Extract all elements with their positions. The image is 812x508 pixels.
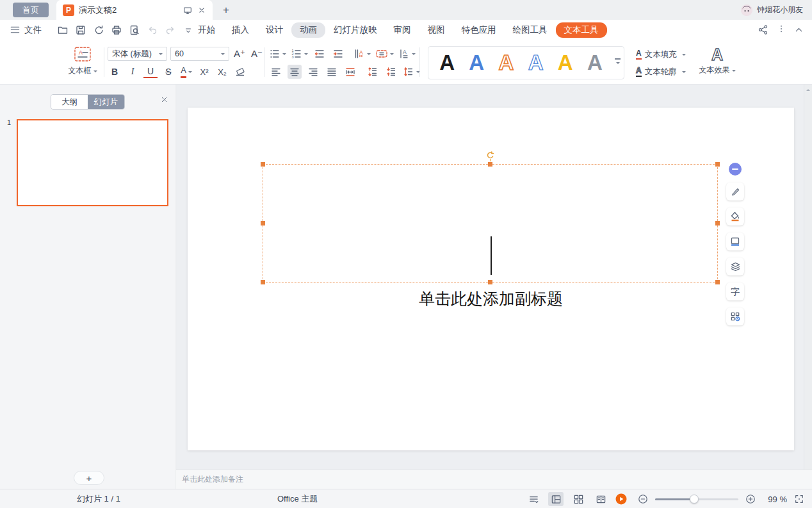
menu-tab-design[interactable]: 设计 <box>257 22 291 38</box>
menu-tab-review[interactable]: 审阅 <box>386 22 419 38</box>
zoom-slider[interactable] <box>655 495 738 504</box>
open-file-icon[interactable] <box>56 23 69 37</box>
zoom-percentage[interactable]: 99 % <box>763 495 787 504</box>
align-center-button[interactable] <box>288 65 302 79</box>
redo-icon[interactable] <box>164 23 177 37</box>
text-direction-caret[interactable] <box>367 53 371 57</box>
menu-tab-special-apps[interactable]: 特色应用 <box>453 22 505 38</box>
justify-button[interactable] <box>325 65 339 79</box>
play-slideshow-button[interactable] <box>615 493 627 505</box>
textbox-dropdown-caret[interactable] <box>93 70 97 74</box>
text-effect-button[interactable]: A 文本效果 <box>697 45 738 76</box>
resize-handle-bottom-left[interactable] <box>261 280 265 284</box>
align-left-button[interactable] <box>269 65 283 79</box>
present-on-monitor-icon[interactable] <box>183 5 193 15</box>
increase-indent-button[interactable] <box>331 47 345 61</box>
zoom-in-button[interactable] <box>745 494 756 504</box>
outline-tab[interactable]: 大纲 <box>51 95 88 109</box>
collapse-toolbar-button[interactable] <box>729 163 742 176</box>
bullet-list-button[interactable] <box>269 47 286 61</box>
preset-plain-black[interactable]: A <box>432 47 462 78</box>
slides-tab[interactable]: 幻灯片 <box>88 95 124 109</box>
decrease-indent-button[interactable] <box>313 47 327 61</box>
resize-handle-bottom-middle[interactable] <box>488 280 492 284</box>
gallery-more-button[interactable] <box>615 58 621 65</box>
text-effect-tool-button[interactable]: 字 <box>726 283 744 300</box>
save-icon[interactable] <box>74 23 87 37</box>
resize-handle-middle-right[interactable] <box>715 221 720 225</box>
preset-blue-outline[interactable]: A <box>521 47 551 78</box>
textbox-style-button[interactable] <box>375 47 394 61</box>
user-account[interactable]: 钟烟花小朋友 <box>741 0 803 20</box>
layers-tool-button[interactable] <box>726 258 744 275</box>
selected-subtitle-textbox[interactable] <box>263 164 718 283</box>
format-brush-tool-button[interactable] <box>726 183 744 201</box>
background-format-tool-button[interactable] <box>726 233 744 250</box>
bullet-list-caret[interactable] <box>282 53 286 57</box>
textbox-style-caret[interactable] <box>390 53 394 57</box>
font-size-select[interactable]: 60 <box>170 47 229 61</box>
text-outline-caret[interactable] <box>682 71 686 75</box>
canvas-vertical-scrollbar[interactable] <box>804 85 812 470</box>
increase-font-size-button[interactable]: A⁺ <box>232 47 247 61</box>
print-preview-icon[interactable] <box>128 23 141 37</box>
preset-gray-fill[interactable]: A <box>580 47 610 78</box>
textbox-button[interactable]: A 文本框 <box>64 46 101 76</box>
font-name-select[interactable]: 宋体 (标题) <box>108 47 167 61</box>
menu-tab-view[interactable]: 视图 <box>419 22 453 38</box>
font-color-caret[interactable] <box>188 71 192 75</box>
subtitle-placeholder-text[interactable]: 单击此处添加副标题 <box>188 288 794 309</box>
text-outline-button[interactable]: A 文本轮廓 <box>636 65 686 78</box>
line-spacing-button[interactable] <box>403 65 420 79</box>
resize-handle-bottom-right[interactable] <box>715 280 720 284</box>
text-direction-button[interactable]: A <box>353 47 371 61</box>
add-slide-button[interactable]: + <box>74 471 104 485</box>
menu-tab-drawing-tools[interactable]: 绘图工具 <box>505 22 556 38</box>
close-panel-icon[interactable] <box>160 95 168 104</box>
normal-view-button[interactable] <box>548 492 564 506</box>
subscript-button[interactable]: X₂ <box>215 65 229 79</box>
vertical-align-caret[interactable] <box>412 53 416 57</box>
text-effect-caret[interactable] <box>732 70 736 74</box>
numbered-list-button[interactable]: 123 <box>291 47 308 61</box>
text-fill-button[interactable]: A 文本填充 <box>636 48 686 61</box>
export-pdf-icon[interactable] <box>92 23 105 37</box>
menu-tab-slideshow[interactable]: 幻灯片放映 <box>325 22 386 38</box>
strikethrough-button[interactable]: S <box>161 65 175 79</box>
rotate-handle-icon[interactable] <box>486 151 495 165</box>
object-layout-tool-button[interactable] <box>726 307 744 325</box>
decrease-font-size-button[interactable]: A⁻ <box>250 47 264 61</box>
preset-yellow-fill[interactable]: A <box>551 47 580 78</box>
resize-handle-top-right[interactable] <box>715 162 720 167</box>
fill-color-tool-button[interactable] <box>726 208 744 225</box>
slide-thumbnail[interactable] <box>17 119 168 206</box>
clear-format-eraser-icon[interactable] <box>233 65 247 79</box>
close-tab-icon[interactable] <box>197 6 206 15</box>
resize-handle-top-left[interactable] <box>261 162 265 167</box>
slide-sorter-view-button[interactable] <box>571 492 586 506</box>
fit-to-window-button[interactable] <box>794 494 804 504</box>
increase-paragraph-spacing-button[interactable] <box>366 65 380 79</box>
hamburger-menu-icon[interactable] <box>10 24 20 35</box>
bold-button[interactable]: B <box>108 65 122 79</box>
document-tab[interactable]: P 演示文稿2 <box>56 0 213 20</box>
menu-tab-animation[interactable]: 动画 <box>291 22 325 38</box>
preset-orange-outline[interactable]: A <box>491 47 521 78</box>
decrease-paragraph-spacing-button[interactable] <box>384 65 398 79</box>
file-menu[interactable]: 文件 <box>24 20 42 40</box>
print-icon[interactable] <box>110 23 123 37</box>
collapse-ribbon-icon[interactable] <box>794 25 804 35</box>
zoom-slider-knob[interactable] <box>690 495 699 504</box>
underline-button[interactable]: U <box>143 65 158 78</box>
slide-editing-area[interactable]: 单击此处添加副标题 <box>188 108 794 450</box>
share-icon[interactable] <box>758 24 768 35</box>
preset-blue-fill[interactable]: A <box>462 47 491 78</box>
vertical-align-text-button[interactable]: A <box>398 47 416 61</box>
reading-view-button[interactable] <box>593 492 608 506</box>
menu-tab-insert[interactable]: 插入 <box>223 22 257 38</box>
home-tab-button[interactable]: 首页 <box>13 3 49 17</box>
menu-tab-text-tools[interactable]: 文本工具 <box>556 22 607 38</box>
menu-tab-start[interactable]: 开始 <box>190 22 223 38</box>
undo-icon[interactable] <box>146 23 159 37</box>
new-tab-button[interactable]: + <box>219 3 233 17</box>
